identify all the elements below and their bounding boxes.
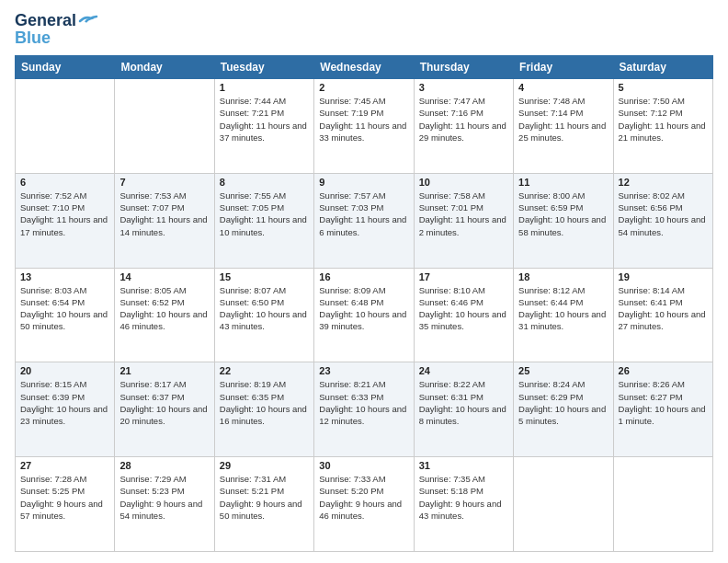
calendar-day-cell: 30Sunrise: 7:33 AMSunset: 5:20 PMDayligh… [314, 457, 414, 552]
calendar-day-cell: 9Sunrise: 7:57 AMSunset: 7:03 PMDaylight… [314, 173, 414, 268]
day-number: 7 [119, 177, 209, 188]
day-info: Sunrise: 7:47 AMSunset: 7:16 PMDaylight:… [419, 95, 508, 144]
day-number: 11 [518, 177, 608, 188]
day-info: Sunrise: 7:50 AMSunset: 7:12 PMDaylight:… [619, 95, 708, 144]
day-info: Sunrise: 8:15 AMSunset: 6:39 PMDaylight:… [20, 378, 109, 427]
day-number: 6 [20, 177, 109, 188]
day-number: 17 [419, 271, 508, 282]
calendar-day-cell: 24Sunrise: 8:22 AMSunset: 6:31 PMDayligh… [414, 362, 513, 457]
calendar-day-cell: 12Sunrise: 8:02 AMSunset: 6:56 PMDayligh… [613, 173, 712, 268]
day-info: Sunrise: 8:02 AMSunset: 6:56 PMDaylight:… [619, 190, 708, 238]
calendar-header-row: SundayMondayTuesdayWednesdayThursdayFrid… [16, 56, 713, 79]
calendar-day-cell: 10Sunrise: 7:58 AMSunset: 7:01 PMDayligh… [414, 173, 513, 268]
calendar-day-cell: 2Sunrise: 7:45 AMSunset: 7:19 PMDaylight… [314, 79, 414, 174]
day-info: Sunrise: 7:57 AMSunset: 7:03 PMDaylight:… [319, 190, 408, 238]
day-info: Sunrise: 7:44 AMSunset: 7:21 PMDaylight:… [220, 95, 309, 144]
day-info: Sunrise: 7:29 AMSunset: 5:23 PMDaylight:… [119, 473, 209, 522]
day-info: Sunrise: 7:52 AMSunset: 7:10 PMDaylight:… [20, 190, 109, 238]
calendar-table: SundayMondayTuesdayWednesdayThursdayFrid… [15, 55, 713, 552]
day-info: Sunrise: 8:03 AMSunset: 6:54 PMDaylight:… [20, 284, 109, 333]
logo: General Blue [15, 11, 98, 48]
calendar-day-cell: 21Sunrise: 8:17 AMSunset: 6:37 PMDayligh… [115, 362, 214, 457]
day-info: Sunrise: 8:09 AMSunset: 6:48 PMDaylight:… [319, 284, 408, 333]
day-info: Sunrise: 7:48 AMSunset: 7:14 PMDaylight:… [518, 95, 608, 144]
calendar-day-cell: 13Sunrise: 8:03 AMSunset: 6:54 PMDayligh… [16, 268, 115, 362]
day-number: 31 [419, 460, 508, 471]
calendar-week-row: 27Sunrise: 7:28 AMSunset: 5:25 PMDayligh… [16, 457, 713, 552]
day-number: 16 [319, 271, 408, 282]
calendar-day-cell: 17Sunrise: 8:10 AMSunset: 6:46 PMDayligh… [414, 268, 513, 362]
day-info: Sunrise: 7:35 AMSunset: 5:18 PMDaylight:… [419, 473, 508, 522]
calendar-day-cell: 15Sunrise: 8:07 AMSunset: 6:50 PMDayligh… [214, 268, 313, 362]
calendar-week-row: 13Sunrise: 8:03 AMSunset: 6:54 PMDayligh… [16, 268, 713, 362]
calendar-week-row: 1Sunrise: 7:44 AMSunset: 7:21 PMDaylight… [16, 79, 713, 174]
calendar-day-cell: 22Sunrise: 8:19 AMSunset: 6:35 PMDayligh… [214, 362, 313, 457]
header: General Blue [15, 11, 713, 48]
logo-general: General [15, 11, 76, 30]
weekday-header: Sunday [16, 56, 115, 79]
weekday-header: Tuesday [214, 56, 313, 79]
calendar-day-cell: 19Sunrise: 8:14 AMSunset: 6:41 PMDayligh… [613, 268, 712, 362]
day-info: Sunrise: 8:14 AMSunset: 6:41 PMDaylight:… [619, 284, 708, 333]
day-number: 28 [119, 460, 209, 471]
day-info: Sunrise: 8:05 AMSunset: 6:52 PMDaylight:… [119, 284, 209, 333]
day-number: 14 [119, 271, 209, 282]
day-number: 10 [419, 177, 508, 188]
weekday-header: Thursday [414, 56, 513, 79]
day-info: Sunrise: 8:26 AMSunset: 6:27 PMDaylight:… [619, 378, 708, 427]
calendar-day-cell: 5Sunrise: 7:50 AMSunset: 7:12 PMDaylight… [613, 79, 712, 174]
day-info: Sunrise: 7:55 AMSunset: 7:05 PMDaylight:… [220, 190, 309, 238]
day-info: Sunrise: 8:00 AMSunset: 6:59 PMDaylight:… [518, 190, 608, 238]
calendar-day-cell [115, 79, 214, 174]
day-info: Sunrise: 8:12 AMSunset: 6:44 PMDaylight:… [518, 284, 608, 333]
calendar-day-cell [16, 79, 115, 174]
day-number: 4 [518, 82, 608, 93]
weekday-header: Monday [115, 56, 214, 79]
weekday-header: Saturday [613, 56, 712, 79]
day-info: Sunrise: 8:17 AMSunset: 6:37 PMDaylight:… [119, 378, 209, 427]
calendar-day-cell: 16Sunrise: 8:09 AMSunset: 6:48 PMDayligh… [314, 268, 414, 362]
calendar-day-cell: 4Sunrise: 7:48 AMSunset: 7:14 PMDaylight… [514, 79, 613, 174]
day-number: 18 [518, 271, 608, 282]
day-info: Sunrise: 8:07 AMSunset: 6:50 PMDaylight:… [220, 284, 309, 333]
day-info: Sunrise: 8:22 AMSunset: 6:31 PMDaylight:… [419, 378, 508, 427]
day-info: Sunrise: 8:24 AMSunset: 6:29 PMDaylight:… [518, 378, 608, 427]
day-info: Sunrise: 8:19 AMSunset: 6:35 PMDaylight:… [220, 378, 309, 427]
calendar-day-cell: 29Sunrise: 7:31 AMSunset: 5:21 PMDayligh… [214, 457, 313, 552]
calendar-day-cell: 28Sunrise: 7:29 AMSunset: 5:23 PMDayligh… [115, 457, 214, 552]
day-number: 5 [619, 82, 708, 93]
calendar-day-cell: 6Sunrise: 7:52 AMSunset: 7:10 PMDaylight… [16, 173, 115, 268]
logo-bird-icon [78, 14, 98, 29]
calendar-day-cell: 7Sunrise: 7:53 AMSunset: 7:07 PMDaylight… [115, 173, 214, 268]
weekday-header: Wednesday [314, 56, 414, 79]
calendar-day-cell: 11Sunrise: 8:00 AMSunset: 6:59 PMDayligh… [514, 173, 613, 268]
calendar-day-cell: 23Sunrise: 8:21 AMSunset: 6:33 PMDayligh… [314, 362, 414, 457]
day-number: 3 [419, 82, 508, 93]
day-number: 23 [319, 365, 408, 376]
day-number: 8 [220, 177, 309, 188]
calendar-day-cell [514, 457, 613, 552]
day-info: Sunrise: 7:58 AMSunset: 7:01 PMDaylight:… [419, 190, 508, 238]
day-number: 19 [619, 271, 708, 282]
day-number: 12 [619, 177, 708, 188]
calendar-day-cell: 25Sunrise: 8:24 AMSunset: 6:29 PMDayligh… [514, 362, 613, 457]
day-info: Sunrise: 8:21 AMSunset: 6:33 PMDaylight:… [319, 378, 408, 427]
day-number: 13 [20, 271, 109, 282]
calendar-day-cell: 26Sunrise: 8:26 AMSunset: 6:27 PMDayligh… [613, 362, 712, 457]
calendar-week-row: 6Sunrise: 7:52 AMSunset: 7:10 PMDaylight… [16, 173, 713, 268]
day-info: Sunrise: 7:53 AMSunset: 7:07 PMDaylight:… [119, 190, 209, 238]
calendar-day-cell: 3Sunrise: 7:47 AMSunset: 7:16 PMDaylight… [414, 79, 513, 174]
calendar-day-cell: 20Sunrise: 8:15 AMSunset: 6:39 PMDayligh… [16, 362, 115, 457]
calendar-day-cell: 1Sunrise: 7:44 AMSunset: 7:21 PMDaylight… [214, 79, 313, 174]
day-number: 22 [220, 365, 309, 376]
day-number: 30 [319, 460, 408, 471]
day-number: 27 [20, 460, 109, 471]
calendar-day-cell: 14Sunrise: 8:05 AMSunset: 6:52 PMDayligh… [115, 268, 214, 362]
day-number: 2 [319, 82, 408, 93]
day-info: Sunrise: 7:28 AMSunset: 5:25 PMDaylight:… [20, 473, 109, 522]
weekday-header: Friday [514, 56, 613, 79]
logo-blue: Blue [15, 29, 51, 48]
page: General Blue SundayMondayTuesdayWednesda… [0, 0, 728, 563]
day-number: 29 [220, 460, 309, 471]
calendar-day-cell: 27Sunrise: 7:28 AMSunset: 5:25 PMDayligh… [16, 457, 115, 552]
